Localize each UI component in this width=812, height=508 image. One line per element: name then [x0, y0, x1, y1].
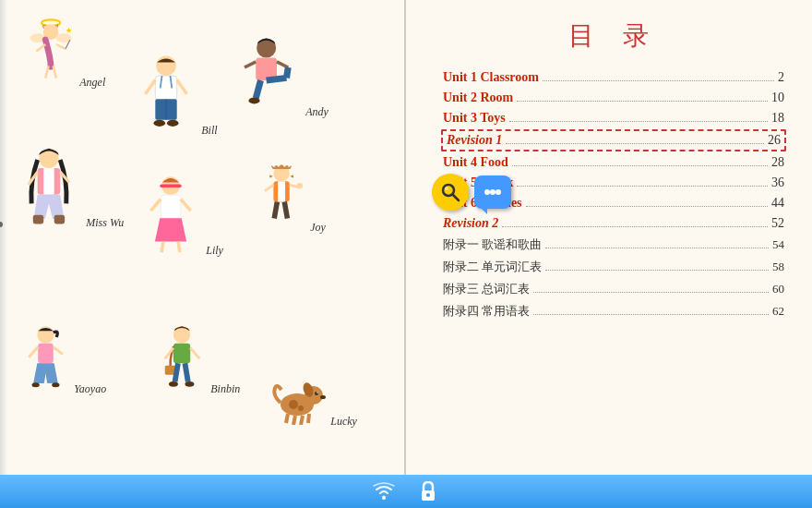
toc-entry-unit4: Unit 4 Food 28 — [443, 155, 784, 170]
svg-line-22 — [245, 62, 256, 67]
toc-dots-revision1 — [506, 143, 764, 144]
toc-entry-unit2: Unit 2 Room 10 — [443, 91, 784, 105]
toc-dots-unit4 — [512, 165, 768, 166]
character-yaoyao: Yaoyao — [20, 323, 106, 396]
toc-entry-appendix3: 附录三 总词汇表 60 — [443, 281, 784, 297]
margin-dot — [0, 222, 3, 227]
svg-point-76 — [298, 405, 304, 411]
svg-line-78 — [453, 195, 460, 201]
wifi-icon[interactable] — [371, 478, 397, 504]
svg-line-39 — [181, 200, 191, 212]
svg-rect-34 — [54, 215, 65, 224]
character-lily: Lily — [138, 171, 223, 258]
toc-label-unit1: Unit 1 Classroom — [443, 70, 539, 85]
misswu-figure — [18, 143, 83, 226]
svg-line-41 — [178, 242, 180, 253]
toc-label-appendix2: 附录二 单元词汇表 — [443, 259, 542, 275]
joy-figure — [257, 162, 307, 231]
svg-rect-44 — [278, 181, 285, 201]
character-misswu: Miss Wu — [18, 143, 124, 230]
svg-line-5 — [56, 44, 66, 49]
bill-figure — [134, 51, 198, 134]
svg-rect-33 — [33, 215, 43, 224]
toc-label-appendix1: 附录一 歌谣和歌曲 — [443, 236, 542, 253]
character-andy: Andy — [238, 32, 328, 119]
svg-point-63 — [169, 381, 178, 387]
svg-line-40 — [161, 242, 163, 253]
svg-line-60 — [190, 348, 199, 359]
svg-rect-36 — [160, 184, 181, 187]
toc-page-appendix4: 62 — [772, 304, 784, 319]
overlay-icons[interactable] — [432, 174, 511, 211]
svg-point-54 — [32, 382, 40, 387]
svg-line-45 — [265, 185, 273, 190]
toc-page-appendix2: 58 — [772, 260, 784, 274]
svg-point-55 — [52, 382, 59, 387]
toc-entry-appendix1: 附录一 歌谣和歌曲 54 — [443, 236, 784, 253]
toc-label-unit4: Unit 4 Food — [443, 155, 508, 170]
toc-entry-appendix4: 附录四 常用语表 62 — [443, 303, 784, 320]
toc-page-appendix3: 60 — [772, 282, 784, 296]
toc-label-unit3: Unit 3 Toys — [443, 111, 506, 126]
toc-page-unit5: 36 — [771, 175, 784, 190]
right-page: 目 录 Unit 1 Classroom 2 Unit 2 Room 10 Un… — [406, 0, 812, 508]
toc-page-appendix1: 54 — [772, 237, 784, 252]
svg-line-53 — [54, 347, 63, 355]
character-joy: Joy — [257, 162, 326, 235]
svg-rect-37 — [161, 195, 181, 218]
toc-dots-unit6 — [526, 206, 768, 207]
toc-entry-unit1: Unit 1 Classroom 2 — [443, 70, 784, 85]
svg-line-6 — [45, 66, 48, 78]
svg-point-80 — [484, 189, 490, 195]
svg-line-24 — [256, 80, 260, 98]
svg-rect-51 — [38, 344, 54, 364]
toc-dots-appendix4 — [533, 314, 769, 315]
character-angel: Angel — [26, 17, 105, 90]
bottom-toolbar — [0, 475, 812, 508]
binbin-figure — [157, 323, 208, 393]
svg-line-14 — [146, 80, 156, 94]
toc-dots-unit3 — [509, 121, 768, 122]
svg-rect-57 — [173, 344, 190, 364]
svg-line-62 — [185, 363, 187, 381]
toc-label-revision2: Revision 2 — [443, 216, 498, 231]
toc-dots-unit2 — [517, 101, 768, 102]
svg-point-81 — [490, 189, 496, 195]
svg-line-26 — [287, 67, 289, 78]
svg-point-83 — [382, 496, 386, 500]
svg-point-85 — [426, 493, 430, 497]
svg-line-15 — [177, 80, 187, 94]
toc-page-revision1: 26 — [768, 133, 781, 148]
chat-icon[interactable] — [474, 175, 511, 209]
angel-figure — [26, 17, 77, 86]
toc-label-unit2: Unit 2 Room — [443, 91, 513, 105]
toc-label-appendix4: 附录四 常用语表 — [443, 303, 530, 320]
toc-page-unit4: 28 — [771, 155, 784, 170]
svg-line-71 — [286, 414, 288, 423]
svg-point-64 — [185, 381, 194, 387]
toc-label-appendix3: 附录三 总词汇表 — [443, 281, 530, 297]
svg-point-27 — [248, 97, 259, 103]
svg-point-18 — [154, 120, 166, 127]
left-page: Angel Bill — [0, 0, 406, 508]
svg-line-72 — [293, 416, 295, 425]
svg-point-82 — [496, 189, 501, 195]
yaoyao-figure — [20, 323, 71, 393]
andy-figure — [238, 32, 303, 115]
toc-entry-revision2: Revision 2 52 — [443, 216, 784, 231]
search-icon[interactable] — [432, 174, 469, 211]
character-lucky: Lucky — [268, 369, 357, 429]
toc-dots-appendix3 — [533, 292, 769, 293]
toc-dots-appendix2 — [545, 270, 769, 271]
svg-line-25 — [267, 78, 287, 80]
svg-point-70 — [320, 395, 326, 399]
toc-dots-unit1 — [543, 80, 774, 81]
svg-line-38 — [150, 200, 161, 212]
svg-point-79 — [445, 187, 448, 190]
toc-entry-appendix2: 附录二 单元词汇表 58 — [443, 259, 784, 275]
svg-line-49 — [284, 201, 287, 218]
svg-line-52 — [29, 347, 38, 357]
toc-dots-revision2 — [502, 226, 768, 227]
toc-page-unit3: 18 — [771, 111, 784, 126]
lock-icon[interactable] — [415, 478, 441, 504]
